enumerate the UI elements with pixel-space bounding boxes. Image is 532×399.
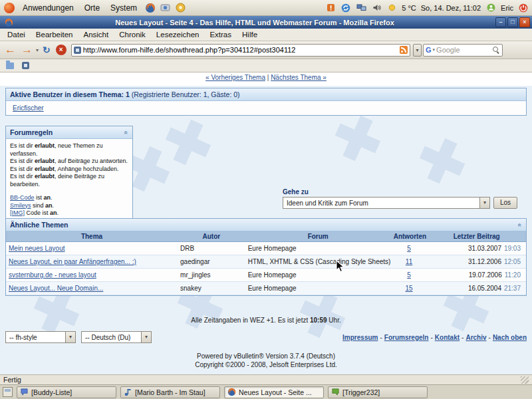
site-favicon <box>74 47 81 54</box>
distro-logo-icon[interactable] <box>4 3 15 13</box>
maximize-button[interactable]: □ <box>507 17 518 27</box>
system-menu[interactable]: System <box>106 1 142 15</box>
back-button[interactable]: ← <box>3 42 18 58</box>
thread-link[interactable]: Mein neues Layout <box>9 245 65 252</box>
forumsregeln-link[interactable]: Forumsregeln <box>384 334 429 341</box>
clock-label[interactable]: So, 14. Dez, 11:02 <box>421 4 481 12</box>
similar-threads-box: Ähnliche Themen « Thema Autor Forum Antw… <box>5 218 527 296</box>
forward-button[interactable]: → <box>19 42 35 58</box>
forum-cell: Eure Homepage <box>245 282 391 295</box>
thread-link[interactable]: Neues Layout... Neue Domain... <box>9 285 103 292</box>
menu-datei[interactable]: Datei <box>2 29 31 40</box>
menu-ansicht[interactable]: Ansicht <box>78 29 114 40</box>
author-cell: gaedingar <box>178 255 245 269</box>
footer-links: Impressum-Forumsregeln-Kontakt-Archiv-Na… <box>342 334 527 341</box>
weather-icon[interactable] <box>386 3 397 13</box>
last-post-time: 21:37 <box>504 285 521 292</box>
url-bar[interactable] <box>71 44 410 57</box>
user-name-label[interactable]: Eric <box>501 4 513 12</box>
page-footer-controls: -- fh-style ▾ -- Deutsch (Du) ▾ Impressu… <box>5 331 527 343</box>
google-engine-icon[interactable]: G <box>426 46 432 54</box>
menu-chronik[interactable]: Chronik <box>114 29 151 40</box>
temperature-label[interactable]: 5 °C <box>402 4 416 12</box>
search-engine-dropdown-icon[interactable]: ▾ <box>433 47 436 53</box>
rss-feed-icon[interactable] <box>400 46 408 54</box>
taskbar-item-irc[interactable]: [Trigger232] <box>328 386 428 398</box>
chevron-down-icon[interactable]: ▾ <box>141 332 151 342</box>
rule-line: Es ist dir erlaubt, Anhänge hochzuladen. <box>10 166 128 174</box>
url-input[interactable] <box>83 46 398 54</box>
language-select[interactable]: -- Deutsch (Du) ▾ <box>81 331 152 343</box>
previous-thread-link[interactable]: « Vorheriges Thema <box>205 74 265 81</box>
col-autor: Autor <box>178 231 245 242</box>
background-cross-watermark <box>413 132 471 190</box>
archiv-link[interactable]: Archiv <box>466 334 486 341</box>
img-code-link[interactable]: [IMG] <box>10 209 25 216</box>
replies-link[interactable]: 5 <box>407 271 411 279</box>
kontakt-link[interactable]: Kontakt <box>435 334 460 341</box>
taskbar-item-music-player[interactable]: [Mario Barth - Im Stau] <box>120 386 220 398</box>
goto-controls: Ideen und Kritik zum Forum ▾ Los <box>283 197 517 209</box>
history-dropdown-icon[interactable]: ▾ <box>36 47 39 53</box>
chevron-down-icon[interactable]: ▾ <box>479 198 489 208</box>
applications-menu[interactable]: Anwendungen <box>18 1 78 15</box>
nach-oben-link[interactable]: Nach oben <box>493 334 527 341</box>
last-post-date: 31.03.2007 <box>468 245 501 252</box>
search-icon[interactable] <box>492 46 500 54</box>
author-cell: DRB <box>178 242 245 255</box>
taskbar-item-firefox[interactable]: Neues Layout - Seite ... <box>224 386 324 398</box>
thread-link[interactable]: Neues Layout, ein paar Anfängerfragen...… <box>9 258 136 265</box>
update-icon[interactable] <box>340 3 351 13</box>
chevron-down-icon[interactable]: ▾ <box>65 332 75 342</box>
style-select[interactable]: -- fh-style ▾ <box>5 331 76 343</box>
chat-bubble-icon <box>331 388 340 396</box>
stop-button[interactable]: × <box>56 45 66 55</box>
screenshot-launcher-icon[interactable] <box>160 2 171 13</box>
bookmark-folder-icon[interactable] <box>6 63 14 69</box>
volume-icon[interactable] <box>371 3 382 13</box>
menu-hilfe[interactable]: Hilfe <box>237 29 263 40</box>
bookmark-item-icon[interactable] <box>22 62 29 69</box>
goto-forum-select[interactable]: Ideen und Kritik zum Forum ▾ <box>283 197 490 209</box>
show-desktop-icon[interactable] <box>3 387 13 397</box>
collapse-icon[interactable]: « <box>517 223 524 227</box>
taskbar-item-buddy-list[interactable]: [Buddy-Liste] <box>17 386 116 398</box>
active-user-link[interactable]: Ericfischer <box>13 104 44 112</box>
menu-bearbeiten[interactable]: Bearbeiten <box>31 29 78 40</box>
forum-cell: Eure Homepage <box>245 269 391 282</box>
smileys-link[interactable]: Smileys <box>10 202 31 209</box>
resize-grip[interactable] <box>521 376 529 384</box>
bbcode-link[interactable]: BB-Code <box>10 194 35 201</box>
forum-rules-title: Forumregeln <box>10 128 53 136</box>
menu-extras[interactable]: Extras <box>204 29 237 40</box>
firefox-launcher-icon[interactable] <box>144 2 156 13</box>
language-selected-value: -- Deutsch (Du) <box>82 334 141 341</box>
replies-link[interactable]: 5 <box>407 245 411 252</box>
quit-icon[interactable] <box>518 3 529 13</box>
last-post-time: 12:05 <box>504 258 521 265</box>
url-dropdown-button[interactable]: ▾ <box>413 44 422 57</box>
places-menu[interactable]: Orte <box>80 1 104 15</box>
network-icon[interactable] <box>356 3 366 13</box>
next-thread-link[interactable]: Nächstes Thema » <box>271 74 327 81</box>
search-box[interactable]: G ▾ <box>423 44 503 57</box>
replies-link[interactable]: 11 <box>406 258 412 265</box>
col-forum: Forum <box>245 231 391 242</box>
impressum-link[interactable]: Impressum <box>342 334 378 341</box>
thread-link[interactable]: svsternburg.de - neues layout <box>9 271 96 279</box>
table-header-row: Thema Autor Forum Antworten Letzter Beit… <box>6 231 526 242</box>
window-titlebar[interactable]: Neues Layout - Seite 4 - Das Hilfe, HTML… <box>0 16 532 29</box>
window-firefox-icon[interactable] <box>4 18 13 27</box>
table-row: Neues Layout... Neue Domain... snakey Eu… <box>6 282 526 295</box>
help-launcher-icon[interactable] <box>175 2 186 13</box>
goto-submit-button[interactable]: Los <box>493 197 517 209</box>
replies-link[interactable]: 15 <box>405 285 412 292</box>
search-input[interactable] <box>436 46 491 54</box>
minimize-button[interactable]: – <box>495 17 506 27</box>
menu-lesezeichen[interactable]: Lesezeichen <box>151 29 205 40</box>
close-button[interactable]: × <box>519 17 530 27</box>
collapse-icon[interactable]: « <box>123 130 130 134</box>
alert-icon[interactable] <box>325 3 336 13</box>
taskbar-item-label: [Trigger232] <box>342 388 380 396</box>
reload-button[interactable]: ↻ <box>41 45 53 55</box>
